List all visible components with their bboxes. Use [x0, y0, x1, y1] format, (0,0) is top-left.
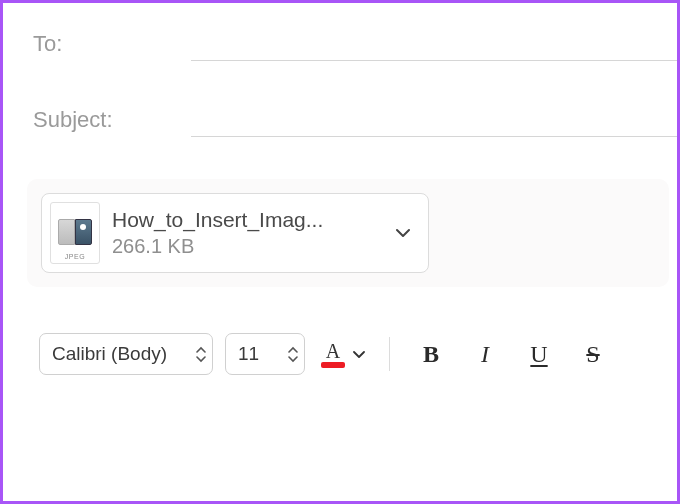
subject-input[interactable] [191, 103, 677, 137]
font-family-stepper[interactable] [196, 345, 206, 363]
to-input[interactable] [191, 27, 677, 61]
chevron-up-icon[interactable] [288, 345, 298, 354]
font-color-icon: A [321, 341, 345, 368]
jpeg-file-icon: JPEG [50, 202, 100, 264]
chevron-down-icon[interactable] [288, 354, 298, 363]
chevron-down-icon[interactable] [353, 346, 365, 362]
bold-button[interactable]: B [410, 333, 452, 375]
font-size-select[interactable]: 11 [225, 333, 305, 375]
to-label: To: [33, 31, 191, 57]
compose-window: To: Subject: JPEG How_to_Insert_Imag... … [0, 0, 680, 504]
font-size-stepper[interactable] [288, 345, 298, 363]
chevron-down-icon[interactable] [392, 224, 414, 242]
attachments-bar: JPEG How_to_Insert_Imag... 266.1 KB [27, 179, 669, 287]
formatting-toolbar: Calibri (Body) 11 A [33, 333, 677, 375]
toolbar-divider [389, 337, 390, 371]
chevron-up-icon[interactable] [196, 345, 206, 354]
attachment-filename: How_to_Insert_Imag... [112, 207, 392, 233]
attachment-meta: How_to_Insert_Imag... 266.1 KB [112, 207, 392, 258]
italic-button[interactable]: I [464, 333, 506, 375]
font-family-select[interactable]: Calibri (Body) [39, 333, 213, 375]
font-color-button[interactable]: A [317, 341, 369, 368]
strikethrough-button[interactable]: S [572, 333, 614, 375]
attachment-size: 266.1 KB [112, 234, 392, 259]
attachment-card[interactable]: JPEG How_to_Insert_Imag... 266.1 KB [41, 193, 429, 273]
subject-label: Subject: [33, 107, 191, 133]
font-family-value: Calibri (Body) [52, 343, 192, 365]
font-size-value: 11 [238, 343, 284, 365]
underline-button[interactable]: U [518, 333, 560, 375]
font-color-swatch [321, 362, 345, 368]
chevron-down-icon[interactable] [196, 354, 206, 363]
file-type-label: JPEG [65, 253, 85, 260]
subject-row: Subject: [33, 103, 677, 137]
to-row: To: [33, 27, 677, 61]
